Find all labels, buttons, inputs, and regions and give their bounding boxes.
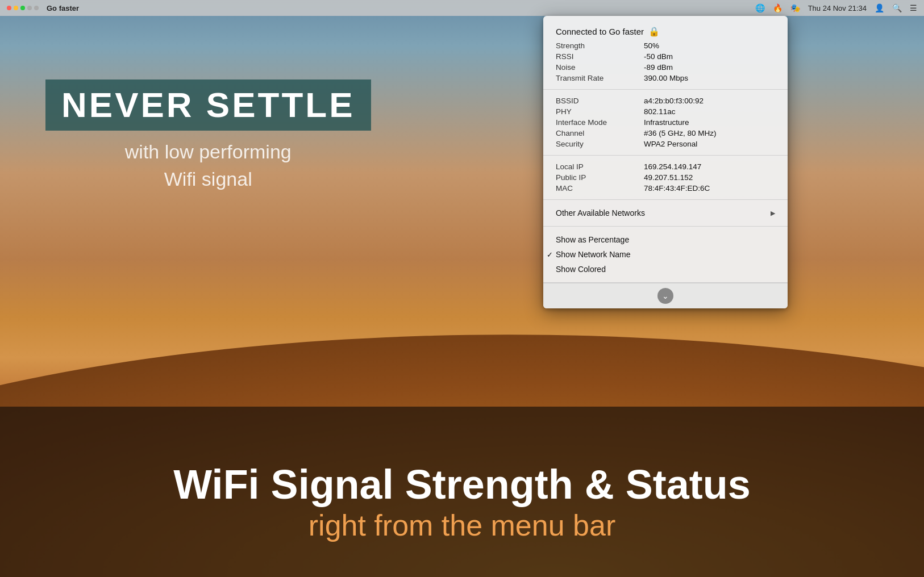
bssid-row: BSSID a4:2b:b0:f3:00:92 — [543, 95, 788, 106]
subtitle-text: with low performing Wifi signal — [45, 139, 371, 193]
monster-icon[interactable]: 🎭 — [790, 3, 800, 12]
channel-label: Channel — [556, 129, 644, 137]
noise-row: Noise -89 dBm — [543, 62, 788, 73]
bssid-value: a4:2b:b0:f3:00:92 — [644, 97, 704, 105]
menu-section-show-options: Show as Percentage ✓ Show Network Name S… — [543, 227, 788, 283]
menubar-right: 🌐 🔥 🎭 Thu 24 Nov 21:34 👤 🔍 ☰ — [755, 3, 917, 12]
show-network-name-row[interactable]: ✓ Show Network Name — [543, 247, 788, 262]
subtitle-line1: with low performing — [125, 141, 292, 162]
public-ip-value: 49.207.51.152 — [644, 173, 693, 182]
interface-mode-value: Infrastructure — [644, 118, 689, 127]
bssid-label: BSSID — [556, 97, 644, 105]
show-colored-label: Show Colored — [556, 265, 606, 274]
rssi-value: -50 dBm — [644, 52, 673, 61]
traffic-dots — [7, 6, 39, 10]
wifi-subtitle: right from the menu bar — [0, 508, 924, 543]
transmit-rate-row: Transmit Rate 390.00 Mbps — [543, 73, 788, 83]
wifi-dropdown-menu: Connected to Go faster 🔒 Strength 50% RS… — [543, 16, 788, 308]
never-settle-title: NEVER SETTLE — [61, 87, 355, 123]
phy-value: 802.11ac — [644, 107, 676, 116]
strength-value: 50% — [644, 41, 659, 50]
rssi-label: RSSI — [556, 52, 644, 61]
mac-row: MAC 78:4F:43:4F:ED:6C — [543, 183, 788, 194]
menu-section-ip: Local IP 169.254.149.147 Public IP 49.20… — [543, 156, 788, 200]
connected-label: Connected to Go faster — [556, 27, 644, 36]
menubar: Go faster 🌐 🔥 🎭 Thu 24 Nov 21:34 👤 🔍 ☰ — [0, 0, 924, 16]
security-row: Security WPA2 Personal — [543, 139, 788, 149]
local-ip-label: Local IP — [556, 162, 644, 171]
never-settle-box: NEVER SETTLE — [45, 80, 371, 131]
channel-row: Channel #36 (5 GHz, 80 MHz) — [543, 128, 788, 139]
submenu-arrow-icon: ▶ — [771, 210, 775, 217]
other-networks-label: Other Available Networks — [556, 208, 645, 218]
lock-icon: 🔒 — [648, 26, 660, 37]
channel-value: #36 (5 GHz, 80 MHz) — [644, 129, 717, 137]
security-label: Security — [556, 140, 644, 148]
menu-section-network: BSSID a4:2b:b0:f3:00:92 PHY 802.11ac Int… — [543, 90, 788, 156]
dot-red — [7, 6, 11, 10]
flame-icon[interactable]: 🔥 — [773, 3, 783, 12]
scroll-indicator[interactable]: ⌄ — [543, 283, 788, 308]
noise-label: Noise — [556, 63, 644, 72]
subtitle-line2: Wifi signal — [164, 168, 252, 190]
menubar-datetime: Thu 24 Nov 21:34 — [808, 4, 867, 12]
security-value: WPA2 Personal — [644, 140, 697, 148]
chevron-down-icon: ⌄ — [657, 288, 673, 304]
menu-section-other-networks: Other Available Networks ▶ — [543, 200, 788, 227]
transmit-rate-value: 390.00 Mbps — [644, 74, 688, 82]
interface-mode-label: Interface Mode — [556, 118, 644, 127]
show-network-name-label: Show Network Name — [556, 250, 631, 259]
globe-icon[interactable]: 🌐 — [755, 3, 765, 12]
mac-value: 78:4F:43:4F:ED:6C — [644, 184, 710, 193]
search-icon[interactable]: 🔍 — [892, 3, 902, 12]
strength-row: Strength 50% — [543, 40, 788, 51]
desktop-text-area: NEVER SETTLE with low performing Wifi si… — [45, 80, 371, 193]
list-icon[interactable]: ☰ — [910, 3, 917, 12]
dot-gray-1 — [27, 6, 32, 10]
dot-green — [20, 6, 25, 10]
dot-gray-2 — [34, 6, 39, 10]
checkmark-icon: ✓ — [547, 250, 553, 259]
mac-label: MAC — [556, 184, 644, 193]
menu-section-connected: Connected to Go faster 🔒 Strength 50% RS… — [543, 16, 788, 90]
strength-label: Strength — [556, 41, 644, 50]
phy-label: PHY — [556, 107, 644, 116]
rssi-row: RSSI -50 dBm — [543, 51, 788, 62]
person-icon[interactable]: 👤 — [875, 3, 884, 12]
other-networks-row[interactable]: Other Available Networks ▶ — [543, 206, 788, 220]
local-ip-row: Local IP 169.254.149.147 — [543, 161, 788, 172]
bottom-text-area: WiFi Signal Strength & Status right from… — [0, 462, 924, 543]
noise-value: -89 dBm — [644, 63, 673, 72]
phy-row: PHY 802.11ac — [543, 106, 788, 117]
wifi-title: WiFi Signal Strength & Status — [0, 462, 924, 507]
menubar-left: Go faster — [7, 4, 755, 12]
public-ip-label: Public IP — [556, 173, 644, 182]
show-percentage-row[interactable]: Show as Percentage — [543, 232, 788, 247]
connected-header-row: Connected to Go faster 🔒 — [543, 22, 788, 40]
show-colored-row[interactable]: Show Colored — [543, 262, 788, 277]
menubar-app-name[interactable]: Go faster — [47, 4, 79, 12]
show-percentage-label: Show as Percentage — [556, 235, 629, 244]
public-ip-row: Public IP 49.207.51.152 — [543, 172, 788, 183]
local-ip-value: 169.254.149.147 — [644, 162, 701, 171]
interface-mode-row: Interface Mode Infrastructure — [543, 117, 788, 128]
dot-yellow — [14, 6, 18, 10]
transmit-rate-label: Transmit Rate — [556, 74, 644, 82]
